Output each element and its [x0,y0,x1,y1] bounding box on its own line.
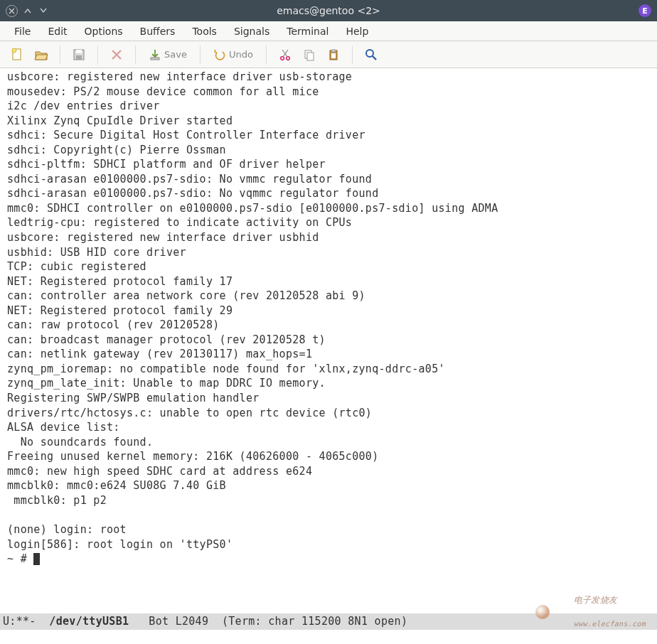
terminal-line: mmc0: SDHCI controller on e0100000.ps7-s… [7,202,498,215]
undo-label: Undo [229,49,253,60]
terminal-line: TCP: cubic registered [7,260,146,273]
menu-bar: File Edit Options Buffers Tools Signals … [0,21,657,41]
tool-bar: Save Undo [0,41,657,68]
terminal-line: can: raw protocol (rev 20120528) [7,318,220,331]
menu-signals[interactable]: Signals [227,23,277,40]
terminal-prompt: ~ # [7,552,33,565]
copy-button[interactable] [299,45,319,65]
watermark-url: www.elecfans.com [574,620,646,628]
toolbar-separator [97,45,98,64]
modeline-coding: U:**- [3,615,49,628]
svg-rect-9 [307,53,314,60]
terminal-line: Freeing unused kernel memory: 216K (4062… [7,450,379,463]
terminal-line: login[586]: root login on 'ttyPS0' [7,538,233,551]
svg-rect-12 [331,53,336,58]
terminal-line: zynq_pm_ioremap: no compatible node foun… [7,363,445,375]
emacs-logo-icon: E [639,4,651,17]
modeline-buffer-name: /dev/ttyUSB1 [49,615,129,628]
svg-rect-11 [331,50,336,52]
terminal-line: usbcore: registered new interface driver… [7,70,352,83]
terminal-line: sdhci-arasan e0100000.ps7-sdio: No vmmc … [7,173,372,186]
toolbar-separator [266,45,267,64]
save-as-button[interactable] [69,45,89,65]
new-file-button[interactable] [7,45,27,65]
terminal-line: (none) login: root [7,523,127,536]
terminal-line: mousedev: PS/2 mouse device common for a… [7,85,319,98]
terminal-line: NET: Registered protocol family 17 [7,275,233,288]
terminal-line: can: controller area network core (rev 2… [7,289,365,302]
window-titlebar: emacs@gentoo <2> E [0,0,657,21]
terminal-line: Registering SWP/SWPB emulation handler [7,392,260,404]
terminal-line: No soundcards found. [7,436,153,449]
cut-button[interactable] [275,45,295,65]
terminal-line: usbhid: USB HID core driver [7,246,186,259]
terminal-line: drivers/rtc/hctosys.c: unable to open rt… [7,407,372,419]
terminal-line: sdhci-arasan e0100000.ps7-sdio: No vqmmc… [7,187,379,200]
cursor [33,553,40,565]
terminal-line: mmcblk0: p1 p2 [7,494,107,507]
menu-file[interactable]: File [7,23,38,40]
close-button[interactable] [107,45,127,65]
toolbar-separator [352,45,353,64]
svg-point-6 [281,56,284,60]
open-file-button[interactable] [31,45,51,65]
terminal-line: NET: Registered protocol family 29 [7,304,233,317]
save-label: Save [164,49,187,60]
watermark-text: 电子发烧友 [574,595,618,605]
terminal-line: sdhci-pltfm: SDHCI platform and OF drive… [7,158,326,171]
toolbar-separator [135,45,136,64]
window-minimize-button[interactable] [38,5,49,16]
toolbar-separator [200,45,201,64]
paste-button[interactable] [324,45,343,65]
watermark-logo-icon [535,605,550,619]
menu-buffers[interactable]: Buffers [133,23,183,40]
svg-point-13 [366,50,373,57]
menu-edit[interactable]: Edit [41,23,74,40]
menu-options[interactable]: Options [78,23,130,40]
terminal-line: Xilinx Zynq CpuIdle Driver started [7,114,233,127]
svg-rect-5 [151,58,159,60]
terminal-line: ALSA device list: [7,421,120,434]
svg-point-1 [12,48,16,53]
modeline-position: Bot L2049 [129,615,222,628]
terminal-line: sdhci: Secure Digital Host Controller In… [7,129,365,141]
menu-help[interactable]: Help [338,23,375,40]
svg-rect-4 [76,55,82,60]
terminal-buffer[interactable]: usbcore: registered new interface driver… [0,68,657,644]
svg-point-7 [287,56,290,60]
terminal-line: can: netlink gateway (rev 20130117) max_… [7,348,312,360]
window-controls [6,5,49,17]
terminal-line: can: broadcast manager protocol (rev 201… [7,333,326,346]
terminal-line: sdhci: Copyright(c) Pierre Ossman [7,144,226,156]
modeline-mode: (Term: char 115200 8N1 open) [222,615,407,628]
window-close-button[interactable] [6,5,18,17]
menu-tools[interactable]: Tools [185,23,224,40]
undo-button[interactable]: Undo [209,45,257,65]
terminal-line: mmcblk0: mmc0:e624 SU08G 7.40 GiB [7,479,226,492]
search-button[interactable] [361,45,381,65]
svg-rect-3 [76,50,82,53]
terminal-line: usbcore: registered new interface driver… [7,231,319,244]
terminal-line: zynq_pm_late_init: Unable to map DDRC IO… [7,377,326,390]
window-maximize-button[interactable] [22,5,33,16]
terminal-line: mmc0: new high speed SDHC card at addres… [7,465,312,478]
terminal-line: i2c /dev entries driver [7,100,160,112]
window-title: emacs@gentoo <2> [0,5,657,16]
save-button[interactable]: Save [144,45,191,65]
terminal-line: ledtrig-cpu: registered to indicate acti… [7,216,352,229]
menu-terminal[interactable]: Terminal [279,23,336,40]
toolbar-separator [60,45,60,64]
watermark: 电子发烧友 www.elecfans.com [535,583,646,641]
